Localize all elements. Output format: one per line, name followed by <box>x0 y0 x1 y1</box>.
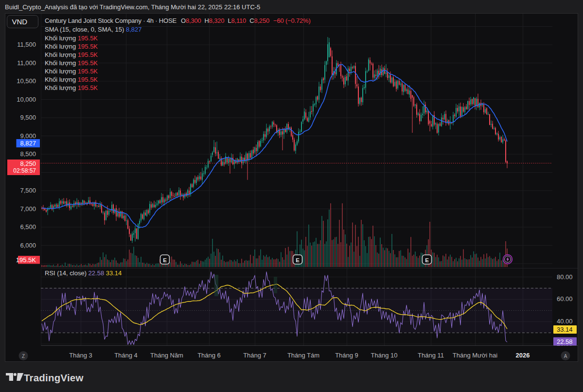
svg-text:6,000: 6,000 <box>20 242 36 249</box>
svg-text:TradingView: TradingView <box>24 372 84 383</box>
svg-text:Tháng 6: Tháng 6 <box>197 352 221 359</box>
svg-text:02:58:57: 02:58:57 <box>13 167 36 174</box>
svg-text:Khối lượng 195.5K: Khối lượng 195.5K <box>45 59 98 67</box>
svg-text:E: E <box>296 257 300 263</box>
svg-text:Tháng 7: Tháng 7 <box>243 352 266 359</box>
svg-text:40.00: 40.00 <box>557 318 573 325</box>
svg-text:A: A <box>564 354 567 359</box>
svg-text:2026: 2026 <box>516 352 530 359</box>
svg-text:Buidl_Crypto_Analysis đã tạo v: Buidl_Crypto_Analysis đã tạo với Trading… <box>5 3 260 11</box>
svg-text:11,500: 11,500 <box>17 41 36 48</box>
svg-text:Tháng 11: Tháng 11 <box>418 352 444 359</box>
svg-text:10,500: 10,500 <box>17 77 36 85</box>
svg-text:7,000: 7,000 <box>20 205 36 213</box>
svg-text:8,827: 8,827 <box>20 140 36 147</box>
svg-text:Tháng 3: Tháng 3 <box>69 352 92 359</box>
svg-text:22.58: 22.58 <box>557 338 573 345</box>
svg-text:VND: VND <box>12 18 28 26</box>
svg-text:Tháng Tám: Tháng Tám <box>287 352 319 359</box>
svg-text:10,000: 10,000 <box>17 96 36 103</box>
svg-text:195.5K: 195.5K <box>16 256 36 264</box>
svg-text:6,500: 6,500 <box>20 223 36 231</box>
svg-text:Khối lượng 195.5K: Khối lượng 195.5K <box>45 51 98 58</box>
svg-text:11,000: 11,000 <box>17 59 36 67</box>
svg-text:60.00: 60.00 <box>557 295 573 303</box>
svg-text:9,500: 9,500 <box>20 114 36 121</box>
svg-text:Tháng Năm: Tháng Năm <box>150 352 183 359</box>
svg-text:SMA (15, close, 0, SMA, 15) 8,: SMA (15, close, 0, SMA, 15) 8,827 <box>45 26 141 33</box>
svg-text:Khối lượng 195.5K: Khối lượng 195.5K <box>45 68 98 75</box>
svg-text:E: E <box>163 257 167 263</box>
svg-text:Khối lượng 195.5K: Khối lượng 195.5K <box>45 35 98 42</box>
svg-text:Khối lượng 195.5K: Khối lượng 195.5K <box>45 84 98 91</box>
svg-text:33.14: 33.14 <box>557 326 573 333</box>
svg-text:E: E <box>425 257 429 263</box>
svg-text:Khối lượng 195.5K: Khối lượng 195.5K <box>45 76 98 83</box>
svg-text:8,250: 8,250 <box>20 160 36 167</box>
svg-text:Z: Z <box>22 354 25 359</box>
svg-text:9,000: 9,000 <box>20 132 36 140</box>
svg-text:Tháng 9: Tháng 9 <box>335 352 358 359</box>
svg-text:RSI (14, close) 22.58 33.14: RSI (14, close) 22.58 33.14 <box>45 269 122 277</box>
svg-text:7,500: 7,500 <box>20 187 36 194</box>
svg-text:80.00: 80.00 <box>557 273 573 281</box>
svg-text:8,500: 8,500 <box>20 150 36 158</box>
svg-text:Tháng Mười hai: Tháng Mười hai <box>453 352 497 359</box>
svg-text:Tháng 4: Tháng 4 <box>114 352 138 359</box>
svg-text:Tháng 10: Tháng 10 <box>371 352 398 359</box>
svg-text:Khối lượng 195.5K: Khối lượng 195.5K <box>45 43 98 50</box>
